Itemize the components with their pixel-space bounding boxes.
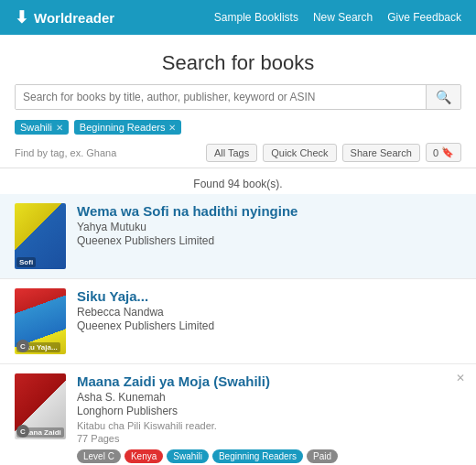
tag-pills: Level C Kenya Swahili Beginning Readers …: [77, 449, 461, 463]
table-row: Siku Yaja... C Siku Yaja... Rebecca Nand…: [0, 279, 476, 364]
share-count-value: 0: [433, 147, 438, 158]
book-info: Wema wa Sofi na hadithi nyingine Yahya M…: [77, 203, 461, 247]
book-title: Maana Zaidi ya Moja (Swahili): [77, 373, 461, 389]
logo-text: Worldreader: [34, 10, 114, 26]
book-cover: Maana Zaidi C: [15, 373, 66, 439]
book-publisher: Queenex Publishers Limited: [77, 319, 461, 332]
logo-icon: ⬇: [15, 7, 28, 27]
tag-swahili-label: Swahili: [20, 122, 52, 133]
pill-kenya: Kenya: [124, 449, 163, 463]
search-input-wrapper: 🔍: [15, 84, 461, 110]
pill-swahili: Swahili: [167, 449, 209, 463]
book-author: Yahya Mutuku: [77, 221, 461, 233]
book-publisher: Queenex Publishers Limited: [77, 234, 461, 247]
tag-swahili-close[interactable]: ✕: [56, 123, 63, 133]
share-count-badge[interactable]: 0 🔖: [426, 143, 461, 162]
cover-maana: Maana Zaidi C: [15, 373, 66, 439]
cover-sofi: Sofi: [15, 203, 66, 269]
search-bar-container: 🔍: [0, 84, 476, 115]
book-cover: Siku Yaja... C: [15, 288, 66, 354]
cover-label: Sofi: [16, 257, 36, 267]
level-badge: C: [16, 425, 29, 438]
book-cover: Sofi: [15, 203, 66, 269]
book-list: Sofi Wema wa Sofi na hadithi nyingine Ya…: [0, 194, 476, 465]
page-title: Search for books: [0, 51, 476, 75]
book-author: Asha S. Kunemah: [77, 391, 461, 404]
book-title: Wema wa Sofi na hadithi nyingine: [77, 203, 461, 219]
cover-siku: Siku Yaja... C: [15, 288, 66, 354]
header: ⬇ Worldreader Sample Booklists New Searc…: [0, 0, 476, 35]
table-row: Sofi Wema wa Sofi na hadithi nyingine Ya…: [0, 194, 476, 279]
logo: ⬇ Worldreader: [15, 7, 114, 27]
tag-beginning-label: Beginning Readers: [80, 122, 166, 133]
tags-row: Swahili ✕ Beginning Readers ✕: [0, 115, 476, 139]
quick-check-button[interactable]: Quick Check: [263, 144, 336, 162]
pill-level-c: Level C: [77, 449, 121, 463]
nav-give-feedback[interactable]: Give Feedback: [387, 11, 461, 24]
pill-beginning: Beginning Readers: [212, 449, 303, 463]
search-input[interactable]: [16, 85, 426, 109]
tag-swahili[interactable]: Swahili ✕: [15, 120, 69, 135]
header-nav: Sample Booklists New Search Give Feedbac…: [214, 11, 461, 24]
book-description: Kitabu cha Pili Kiswahili reader.: [77, 420, 461, 431]
book-pages: 77 Pages: [77, 433, 461, 444]
share-search-button[interactable]: Share Search: [342, 144, 420, 162]
table-row: Maana Zaidi C Maana Zaidi ya Moja (Swahi…: [0, 364, 476, 465]
book-info: Siku Yaja... Rebecca Nandwa Queenex Publ…: [77, 288, 461, 332]
nav-new-search[interactable]: New Search: [313, 11, 373, 24]
bookmark-icon: 🔖: [441, 146, 454, 158]
book-author: Rebecca Nandwa: [77, 306, 461, 319]
search-button[interactable]: 🔍: [426, 85, 460, 109]
filter-buttons: All Tags Quick Check Share Search 0 🔖: [206, 143, 461, 162]
book-title: Siku Yaja...: [77, 288, 461, 304]
find-by-tag-label: Find by tag, ex. Ghana: [15, 147, 116, 158]
divider: [0, 168, 476, 168]
pill-paid: Paid: [307, 449, 338, 463]
page-title-section: Search for books: [0, 35, 476, 84]
results-count: Found 94 book(s).: [0, 170, 476, 194]
book-info: Maana Zaidi ya Moja (Swahili) Asha S. Ku…: [77, 373, 461, 465]
tag-beginning-readers[interactable]: Beginning Readers ✕: [74, 120, 182, 135]
all-tags-button[interactable]: All Tags: [206, 144, 257, 162]
close-icon[interactable]: ✕: [456, 372, 465, 384]
nav-sample-booklists[interactable]: Sample Booklists: [214, 11, 298, 24]
filter-row: Find by tag, ex. Ghana All Tags Quick Ch…: [0, 139, 476, 168]
tag-beginning-close[interactable]: ✕: [168, 123, 176, 133]
level-badge: C: [16, 340, 29, 352]
book-publisher: Longhorn Publishers: [77, 405, 461, 417]
